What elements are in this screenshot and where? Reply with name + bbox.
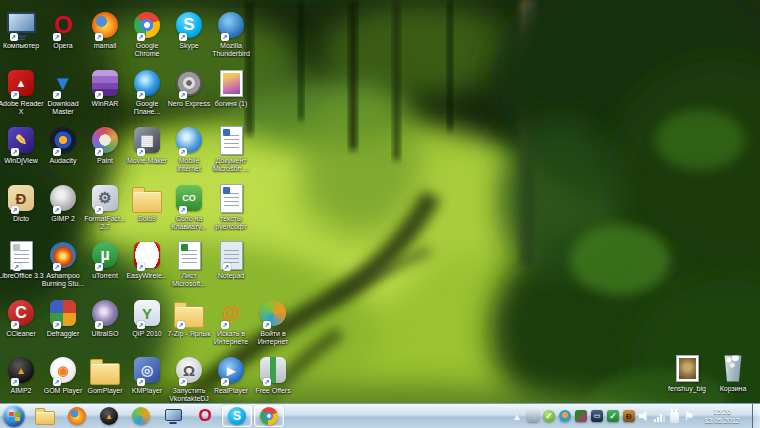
shortcut-arrow-icon: ↗ bbox=[179, 33, 187, 41]
desktop-icon-windjview[interactable]: ✎↗WinDjView bbox=[0, 125, 44, 165]
desktop-icon-audacity[interactable]: ↗Audacity bbox=[40, 125, 86, 165]
desktop-icon-label: Opera bbox=[40, 42, 86, 50]
start-button[interactable] bbox=[3, 405, 25, 427]
desktop-icon-boginya-image[interactable]: богиня (1) bbox=[208, 68, 254, 108]
tray-dicto-icon: Ð bbox=[623, 410, 635, 422]
desktop-icon-label: GOM Player bbox=[40, 387, 86, 395]
taskbar-explorer-button[interactable] bbox=[30, 405, 60, 427]
desktop-icon-word-document[interactable]: Документ Microsoft ... bbox=[208, 125, 254, 173]
tray-messenger-tray-button[interactable] bbox=[559, 410, 571, 422]
desktop-icon-seven-zip[interactable]: ↗7-Zip - Ярлык bbox=[166, 298, 212, 338]
desktop-icon-gimp[interactable]: ↗GIMP 2 bbox=[40, 183, 86, 223]
desktop-icon-label: Корзина bbox=[710, 385, 756, 393]
tray-display-tray-button[interactable]: ▭ bbox=[591, 410, 603, 422]
desktop-icon-label: QIP 2010 bbox=[124, 330, 170, 338]
desktop-icon-libreoffice[interactable]: ↗LibreOffice 3.3 bbox=[0, 240, 44, 280]
desktop-icon-google-chrome[interactable]: ↗Google Chrome bbox=[124, 10, 170, 58]
desktop-icon-label: Запустить VkontakteDJ bbox=[166, 387, 212, 403]
desktop-icon-solo-keyboard[interactable]: СО↗Соло на Клавиату... bbox=[166, 183, 212, 231]
icon-art: ↗ bbox=[134, 68, 160, 98]
desktop-icon-gomplayer-folder[interactable]: GomPlayer bbox=[82, 355, 128, 395]
desktop-icon-winrar[interactable]: ↗WinRAR bbox=[82, 68, 128, 108]
action-center-flag-tray-button[interactable]: ⚑ bbox=[683, 410, 695, 422]
icon-art: ◎↗ bbox=[134, 355, 160, 385]
tray-app-tray-button[interactable] bbox=[575, 410, 587, 422]
taskbar-skype-button[interactable]: S bbox=[222, 405, 252, 427]
desktop-icon-vkontaktedj[interactable]: Ω↗Запустить VkontakteDJ bbox=[166, 355, 212, 403]
desktop-icon-label: Войти в Интернет bbox=[250, 330, 296, 346]
clock-date: 13.05.2012 bbox=[699, 416, 745, 425]
desktop-icon-dicto[interactable]: Ð↗Dicto bbox=[0, 183, 44, 223]
tray-dicto-tray-button[interactable]: Ð bbox=[623, 410, 635, 422]
desktop-icon-label: WinDjView bbox=[0, 157, 44, 165]
desktop-icon-aimp2[interactable]: ▲↗AIMP2 bbox=[0, 355, 44, 395]
solo-folder-icon bbox=[132, 191, 162, 213]
desktop-icon-movie-maker[interactable]: ▦↗Movie Maker bbox=[124, 125, 170, 165]
desktop-icon-teksty-document[interactable]: тексты руелсофт bbox=[208, 183, 254, 231]
tray-clock[interactable]: 15:26 13.05.2012 bbox=[699, 407, 745, 425]
desktop-icon-label: Google Chrome bbox=[124, 42, 170, 58]
desktop-icon-google-earth[interactable]: ↗Google Плане... bbox=[124, 68, 170, 116]
desktop-icon-ccleaner[interactable]: C↗CCleaner bbox=[0, 298, 44, 338]
desktop-icon-mobile-internet[interactable]: ↗Mobile Internet bbox=[166, 125, 212, 173]
desktop-icon-kmplayer[interactable]: ◎↗KMPlayer bbox=[124, 355, 170, 395]
desktop-icon-opera[interactable]: O↗Opera bbox=[40, 10, 86, 50]
shortcut-arrow-icon: ↗ bbox=[137, 148, 145, 156]
desktop-icon-realplayer[interactable]: ▸↗RealPlayer bbox=[208, 355, 254, 395]
tray-download-tray-button[interactable]: ✓ bbox=[607, 410, 619, 422]
taskbar-aimp-button[interactable]: ▲ bbox=[94, 405, 124, 427]
desktop-icon-computer[interactable]: ↗Компьютер bbox=[0, 10, 44, 50]
desktop-icon-download-master[interactable]: ▼↗Download Master bbox=[40, 68, 86, 116]
show-desktop-button[interactable] bbox=[752, 404, 760, 428]
desktop-icon-qip-2010[interactable]: Y↗QIP 2010 bbox=[124, 298, 170, 338]
icon-art bbox=[676, 353, 699, 383]
taskbar-opera-icon: O bbox=[196, 407, 214, 425]
desktop-icon-gom-player[interactable]: ◉↗GOM Player bbox=[40, 355, 86, 395]
taskbar-opera-button[interactable]: O bbox=[190, 405, 220, 427]
desktop-icon-utorrent[interactable]: µ↗uTorrent bbox=[82, 240, 128, 280]
desktop-icon-solo-folder[interactable]: Solo9 bbox=[124, 183, 170, 223]
desktop-icon-recycle-bin[interactable]: Корзина bbox=[710, 353, 756, 393]
desktop-icon-ultraiso[interactable]: ↗UltraISO bbox=[82, 298, 128, 338]
desktop-icon-thunderbird[interactable]: ↗Mozilla Thunderbird bbox=[208, 10, 254, 58]
desktop-icon-voiti-v-internet[interactable]: ↗Войти в Интернет bbox=[250, 298, 296, 346]
desktop-icon-paint[interactable]: ↗Paint bbox=[82, 125, 128, 165]
desktop-icon-mamail[interactable]: ↗mamail bbox=[82, 10, 128, 50]
show-hidden-icons-tray-button[interactable]: ▴ bbox=[511, 410, 523, 422]
volume-tray-button[interactable] bbox=[639, 411, 650, 422]
power-tray-button[interactable] bbox=[670, 410, 679, 423]
tray-device-tray-button[interactable] bbox=[527, 410, 539, 422]
desktop-icon-fenshuy-image[interactable]: fenshuy_big bbox=[664, 353, 710, 393]
desktop-icon-excel-sheet[interactable]: Лист Microsoft... bbox=[166, 240, 212, 288]
shortcut-arrow-icon: ↗ bbox=[53, 206, 61, 214]
shortcut-arrow-icon: ↗ bbox=[11, 321, 19, 329]
desktop-icon-nero-express[interactable]: ↗Nero Express bbox=[166, 68, 212, 108]
desktop-icon-free-offers[interactable]: ↗Free Offers bbox=[250, 355, 296, 395]
desktop-icon-formatfactory[interactable]: ⚙↗FormatFact... 2.7 bbox=[82, 183, 128, 231]
desktop-icon-iskat-v-internete[interactable]: @↗Искать в Интернете bbox=[208, 298, 254, 346]
desktop-icon-skype[interactable]: S↗Skype bbox=[166, 10, 212, 50]
fenshuy-image-icon bbox=[676, 355, 699, 382]
desktop-icon-defraggler[interactable]: ↗Defraggler bbox=[40, 298, 86, 338]
desktop-icon-notepad[interactable]: ↗Notepad bbox=[208, 240, 254, 280]
desktop-icon-easywireless[interactable]: ↗EasyWirele... bbox=[124, 240, 170, 280]
recycle-bin-icon bbox=[723, 355, 743, 382]
taskbar-mobile-internet-button[interactable] bbox=[158, 405, 188, 427]
icon-art: ↗ bbox=[134, 240, 160, 270]
shortcut-arrow-icon: ↗ bbox=[223, 263, 231, 271]
network-tray-button[interactable] bbox=[654, 411, 666, 422]
shortcut-arrow-icon: ↗ bbox=[10, 33, 18, 41]
shortcut-arrow-icon: ↗ bbox=[95, 321, 103, 329]
desktop-icon-ashampoo-burning[interactable]: ↗Ashampoo Burning Stu... bbox=[40, 240, 86, 288]
tray-update-tray-button[interactable]: ✓ bbox=[543, 410, 555, 422]
tray-download-icon: ✓ bbox=[607, 410, 619, 422]
desktop-icon-label: uTorrent bbox=[82, 272, 128, 280]
taskbar-firefox-button[interactable] bbox=[62, 405, 92, 427]
icon-art: O↗ bbox=[50, 10, 76, 40]
desktop-icon-adobe-reader[interactable]: ▲↗Adobe Reader X bbox=[0, 68, 44, 116]
taskbar-chrome-button[interactable] bbox=[254, 405, 284, 427]
taskbar-connect-button[interactable] bbox=[126, 405, 156, 427]
clock-time: 15:26 bbox=[699, 407, 745, 416]
network-icon bbox=[654, 411, 666, 422]
gomplayer-folder-icon bbox=[90, 363, 120, 385]
